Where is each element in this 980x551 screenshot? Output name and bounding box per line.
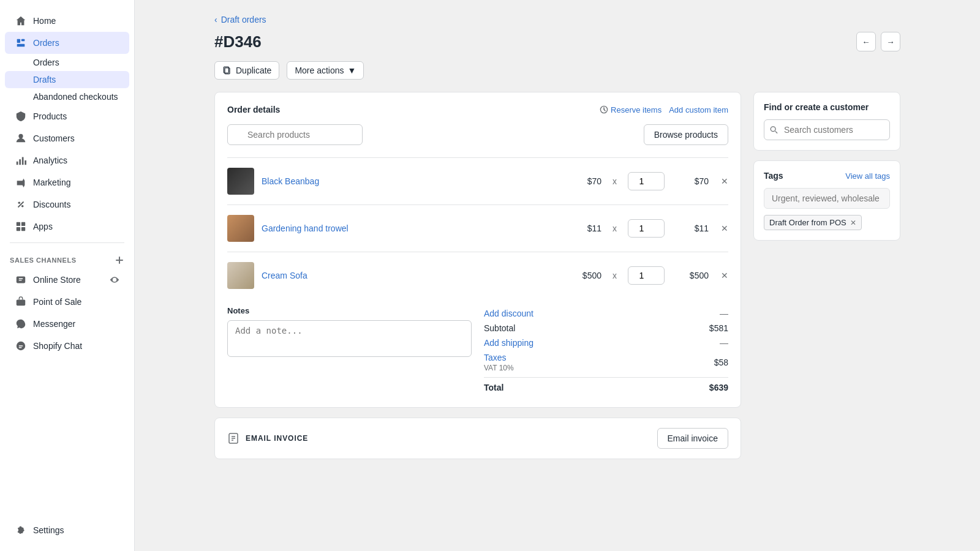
svg-rect-16 [17,299,25,305]
totals-section: Add discount — Subtotal $581 Add shippin… [484,306,728,395]
sidebar-item-discounts[interactable]: Discounts [5,193,129,216]
customer-search-icon [770,126,778,134]
content-side: Find or create a customer Tags [753,92,900,459]
customer-search-input[interactable] [764,119,890,140]
product-qty-beanbag[interactable] [628,172,665,190]
product-total-trowel: $11 [672,223,709,233]
analytics-icon [15,154,27,167]
add-discount-button[interactable]: Add discount [484,309,533,318]
order-details-card: Order details Reserve items Add custom [214,92,741,408]
sidebar-item-marketing[interactable]: Marketing [5,171,129,193]
next-button[interactable]: → [881,32,900,51]
sidebar-item-settings[interactable]: Settings [5,519,129,541]
remove-beanbag-button[interactable]: ✕ [721,176,728,186]
tags-header: Tags View all tags [764,171,890,181]
product-image-sofa [227,262,254,289]
product-image-beanbag [227,168,254,195]
discount-value: — [720,309,728,318]
product-list: Black Beanbag $70 x $70 ✕ Gardening hand [227,157,728,299]
product-search-input[interactable] [227,124,363,145]
sidebar-label-orders: Orders [33,38,59,48]
products-icon [15,110,27,122]
view-all-tags-button[interactable]: View all tags [845,171,890,181]
sidebar-item-messenger[interactable]: Messenger [5,313,129,335]
svg-point-9 [21,205,24,208]
add-shipping-button[interactable]: Add shipping [484,338,533,348]
sidebar-item-shopify-chat[interactable]: Shopify Chat [5,335,129,357]
main-content: ‹ Draft orders #D346 ← → Duplicate [135,0,980,551]
prev-button[interactable]: ← [856,32,876,51]
more-actions-button[interactable]: More actions ▼ [287,61,364,80]
sidebar-subitem-drafts[interactable]: Drafts [5,71,129,88]
add-sales-channel-icon[interactable] [115,255,124,265]
email-invoice-button[interactable]: Email invoice [657,428,728,449]
product-price-trowel: $11 [571,223,601,233]
svg-point-3 [18,134,23,138]
order-details-title: Order details [227,105,280,114]
sidebar-item-point-of-sale[interactable]: Point of Sale [5,291,129,313]
breadcrumb-text: Draft orders [221,15,266,24]
sidebar-item-online-store[interactable]: Online Store [5,269,129,291]
svg-rect-4 [17,162,18,165]
multiply-symbol-2: x [612,223,617,233]
invoice-icon [227,432,239,444]
total-row: Total $639 [484,377,728,395]
divider [10,242,124,243]
subtotal-row: Subtotal $581 [484,321,728,335]
remove-tag-button[interactable]: ✕ [850,219,856,227]
invoice-title: EMAIL INVOICE [246,434,308,443]
svg-rect-1 [21,39,24,42]
sidebar-item-apps[interactable]: Apps [5,216,129,238]
shipping-value: — [720,338,728,348]
sidebar-subitem-abandoned[interactable]: Abandoned checkouts [5,88,129,105]
sidebar: Home Orders Orders Drafts Abandoned chec… [0,0,135,551]
tags-input[interactable] [764,188,890,209]
sidebar-subitem-orders[interactable]: Orders [5,54,129,71]
sidebar-item-orders[interactable]: Orders [5,32,129,54]
taxes-label: Taxes [484,353,507,362]
sidebar-item-home[interactable]: Home [5,10,129,32]
svg-rect-2 [17,44,25,47]
breadcrumb[interactable]: ‹ Draft orders [214,15,900,24]
reserve-items-button[interactable]: Reserve items [600,105,662,114]
sidebar-item-customers[interactable]: Customers [5,127,129,149]
svg-rect-13 [17,227,20,231]
sidebar-item-products[interactable]: Products [5,105,129,127]
multiply-symbol-1: x [612,176,617,186]
tags-card: Tags View all tags Draft Order from POS … [753,160,900,241]
page-header: #D346 ← → [214,32,900,51]
add-custom-item-button[interactable]: Add custom item [669,105,728,114]
notes-totals-section: Notes Add discount — Subtotal [227,306,728,395]
subtotal-value: $581 [709,323,728,333]
sales-channels-header: SALES CHANNELS [0,248,134,269]
customer-search-wrapper [764,119,890,140]
taxes-row: Taxes VAT 10% $58 [484,350,728,375]
browse-products-button[interactable]: Browse products [644,124,728,145]
duplicate-button[interactable]: Duplicate [214,61,279,80]
svg-point-26 [771,127,775,132]
product-name-trowel[interactable]: Gardening hand trowel [262,223,564,233]
remove-trowel-button[interactable]: ✕ [721,223,728,233]
product-price-sofa: $500 [571,271,601,280]
product-name-sofa[interactable]: Cream Sofa [262,271,564,280]
point-of-sale-icon [15,296,27,308]
tags-title: Tags [764,171,783,181]
eye-icon[interactable] [110,275,119,285]
nav-arrows: ← → [856,32,900,51]
remove-sofa-button[interactable]: ✕ [721,271,728,280]
breadcrumb-chevron: ‹ [214,15,217,24]
orders-icon [15,37,27,49]
tag-pills: Draft Order from POS ✕ [764,215,890,230]
online-store-icon [15,274,27,286]
table-row: Cream Sofa $500 x $500 ✕ [227,252,728,299]
sidebar-item-analytics[interactable]: Analytics [5,149,129,171]
product-qty-trowel[interactable] [628,219,665,238]
product-name-beanbag[interactable]: Black Beanbag [262,176,564,186]
subtotal-label: Subtotal [484,323,515,333]
product-search-bar: Browse products [227,124,728,145]
notes-input[interactable] [227,320,472,357]
multiply-symbol-3: x [612,271,617,280]
svg-rect-15 [17,277,25,283]
product-qty-sofa[interactable] [628,266,665,285]
chevron-down-icon: ▼ [348,66,356,75]
